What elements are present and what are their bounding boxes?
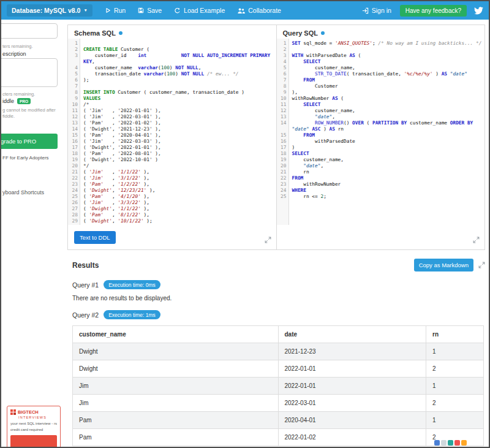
results-table: customer_namedatern Dwight2021-12-231Dwi… [72, 325, 484, 446]
code-line: 20*/ [68, 163, 276, 169]
bottom-icon [448, 440, 453, 446]
bottom-icon [461, 440, 467, 446]
line-number: 18 [68, 151, 80, 157]
results-actions: Copy as Markdown [414, 259, 485, 271]
table-row: Dwight2022-01-012 [73, 360, 484, 378]
pro-badge: PRO [17, 98, 31, 104]
line-number: 11 [68, 108, 80, 114]
code-line: 3 customer_id int NOT NULL AUTO_INCREMEN… [68, 53, 276, 65]
text-to-ddl-button[interactable]: Text to DDL [74, 231, 116, 244]
line-number: 9 [68, 96, 80, 102]
line-number: 16 [277, 139, 289, 145]
collaborate-button[interactable]: Collaborate [237, 7, 281, 14]
query-editor[interactable]: 1SET sql_mode = 'ANSI_QUOTES'; /* No way… [277, 39, 485, 225]
line-number: 10 [277, 96, 289, 102]
line-number: 5 [68, 71, 80, 77]
line-number: 11 [277, 102, 289, 108]
private-fiddle-row: iddle PRO [2, 98, 31, 104]
query-panel-footer [277, 225, 485, 249]
line-number: 20 [68, 163, 80, 169]
query-label: Query #2 [72, 311, 99, 319]
ad-banner[interactable]: BIGTECH INTERVIEWS your next SQL intervi… [7, 406, 61, 447]
bottom-icon [441, 440, 447, 446]
expand-query-icon[interactable] [473, 237, 480, 243]
database-selector[interactable]: Database: MySQL v8.0 ▼ [7, 4, 92, 17]
top-navbar: Database: MySQL v8.0 ▼ Run Save Load Exa… [1, 1, 489, 20]
table-cell: 2 [426, 360, 484, 378]
schema-editor[interactable]: 1 2CREATE TABLE Customer (3 customer_id … [68, 39, 276, 225]
keyboard-shortcuts-link[interactable]: yboard Shortcuts [2, 189, 44, 196]
line-number: 23 [277, 181, 289, 188]
code-line: 7 FROM [277, 77, 485, 83]
twitter-icon[interactable] [474, 7, 483, 15]
line-number: 3 [68, 53, 80, 65]
table-cell: Jim [73, 395, 279, 412]
copy-as-markdown-button[interactable]: Copy as Markdown [414, 259, 473, 271]
expand-schema-icon[interactable] [265, 237, 271, 243]
ad-brand-row: BIGTECH [10, 409, 57, 415]
sign-in-icon [362, 7, 369, 14]
line-number: 23 [68, 181, 80, 188]
sidebar: ters remaining. escription cters remaini… [1, 20, 66, 447]
feedback-button[interactable]: Have any feedback? [400, 5, 467, 17]
code-line: 24WHERE [277, 188, 485, 194]
line-number: 8 [68, 89, 80, 96]
results-section: Results Copy as Markdown Query #1 Execut… [67, 255, 485, 446]
people-icon [237, 7, 245, 14]
code-line: 22( 'Jim' , '3/1/22' ), [68, 175, 276, 181]
line-number: 25 [68, 194, 80, 200]
code-line: 11( 'Jim' , '2022-01-01' ), [68, 108, 276, 114]
line-number: 1 [68, 40, 80, 47]
code-line: 16 withParsedDate [277, 139, 485, 145]
table-cell: 2020-04-01 [278, 412, 426, 429]
ad-text-line2: credit card required [10, 427, 57, 433]
play-icon [105, 7, 111, 13]
bottom-icon [434, 440, 440, 446]
code-line: 18SELECT [277, 151, 485, 157]
code-line: 21( 'Jim' , '1/1/22' ), [68, 169, 276, 175]
expand-results-icon[interactable] [478, 262, 485, 268]
code-line: 8INSERT INTO Customer ( customer_name, t… [68, 89, 276, 96]
ad-cta-button[interactable] [10, 435, 57, 447]
line-number: 5 [277, 65, 289, 71]
sign-in-button[interactable]: Sign in [362, 7, 391, 14]
table-row: Jim2022-01-011 [73, 378, 484, 395]
line-number: 29 [68, 218, 80, 224]
results-header-bar: Results Copy as Markdown [67, 259, 485, 271]
unsaved-indicator-dot [119, 31, 123, 35]
line-number: 22 [277, 175, 289, 181]
table-row: Pam2020-04-011 [73, 412, 484, 429]
line-number: 10 [68, 102, 80, 108]
fiddle-name-input[interactable] [1, 23, 58, 39]
description-textarea[interactable] [1, 58, 58, 87]
line-number: 17 [277, 145, 289, 151]
chevron-down-icon: ▼ [83, 9, 87, 13]
line-number: 18 [277, 151, 289, 157]
load-example-button[interactable]: Load Example [174, 7, 225, 14]
save-button[interactable]: Save [138, 7, 162, 14]
code-line: 18( 'Pam' , '2022-08-01' ), [68, 151, 276, 157]
ad-logo-icon [10, 409, 16, 415]
upgrade-to-pro-button[interactable]: Upgrade to PRO [1, 134, 58, 149]
line-number: 15 [68, 132, 80, 139]
query-panel-title-label: Query SQL [283, 29, 318, 37]
run-button[interactable]: Run [105, 7, 126, 14]
line-number: 12 [277, 108, 289, 114]
line-number: 4 [68, 65, 80, 71]
sign-in-label: Sign in [372, 7, 391, 14]
table-cell: 2022-01-01 [278, 360, 426, 378]
code-line: 13 "date", [277, 114, 485, 120]
table-cell: 2022-03-01 [278, 395, 426, 412]
code-line: 23 withRowNumber [277, 181, 485, 188]
schema-sql-panel: Schema SQL 1 2CREATE TABLE Customer (3 c… [68, 25, 276, 249]
query-1-result: Query #1 Execution time: 0ms There are n… [67, 280, 485, 302]
code-line: 16( 'Jim' , '2022-03-03' ), [68, 139, 276, 145]
code-line: 15 FROM [277, 132, 485, 139]
query-panel-title: Query SQL [277, 25, 485, 39]
table-cell: Dwight [73, 343, 279, 360]
collaborate-label: Collaborate [248, 7, 281, 14]
ad-brand-subtitle: INTERVIEWS [18, 416, 57, 419]
line-number: 26 [68, 200, 80, 206]
line-number: 6 [277, 71, 289, 77]
code-line: 25( 'Pam' , '4/1/20' ), [68, 194, 276, 200]
